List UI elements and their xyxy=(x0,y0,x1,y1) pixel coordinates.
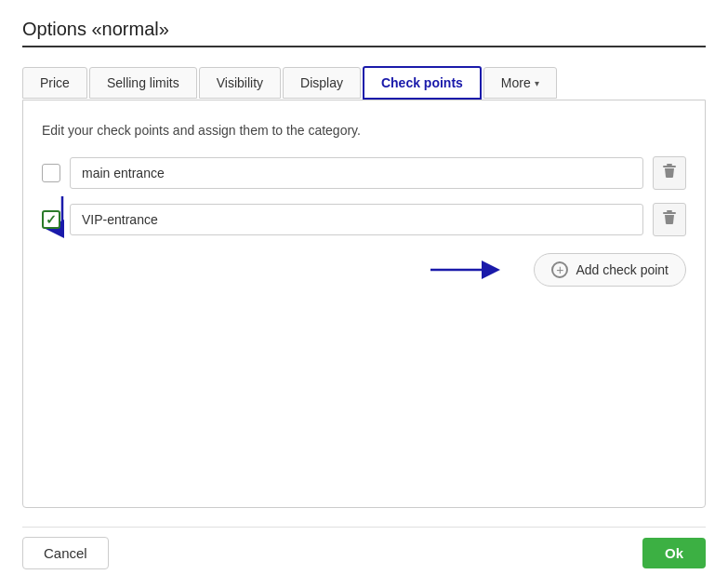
checkpoint-row-1 xyxy=(42,156,686,190)
svg-rect-2 xyxy=(667,210,672,212)
page-title: Options «normal» xyxy=(22,19,706,47)
tab-visibility[interactable]: Visibility xyxy=(199,67,281,99)
delete-button-1[interactable] xyxy=(653,156,686,190)
main-content-area: Edit your check points and assign them t… xyxy=(22,100,706,508)
tabs-row: Price Selling limits Visibility Display … xyxy=(22,66,706,100)
plus-circle-icon: + xyxy=(551,261,568,278)
arrows-container: ✓ xyxy=(42,156,686,287)
trash-icon-2 xyxy=(662,210,677,229)
checkpoint-input-2[interactable] xyxy=(70,204,643,235)
svg-rect-3 xyxy=(663,212,676,214)
description-text: Edit your check points and assign them t… xyxy=(42,123,686,138)
checkmark-icon: ✓ xyxy=(46,212,57,227)
checkpoint-checkbox-2[interactable]: ✓ xyxy=(42,210,60,229)
svg-rect-0 xyxy=(667,164,672,166)
cancel-button[interactable]: Cancel xyxy=(22,537,109,569)
add-checkpoint-button[interactable]: + Add check point xyxy=(534,253,686,287)
tab-check-points[interactable]: Check points xyxy=(363,66,482,100)
tab-selling-limits[interactable]: Selling limits xyxy=(89,67,197,99)
page-wrapper: Options «normal» Price Selling limits Vi… xyxy=(0,0,728,588)
add-checkpoint-row: + Add check point xyxy=(42,253,686,287)
checkpoint-row-2: ✓ xyxy=(42,203,686,236)
footer-row: Cancel Ok xyxy=(22,527,706,569)
trash-icon xyxy=(662,164,677,182)
ok-button[interactable]: Ok xyxy=(642,538,706,568)
arrow-right-indicator xyxy=(430,259,505,281)
tab-price[interactable]: Price xyxy=(22,67,87,99)
tab-more[interactable]: More ▾ xyxy=(483,67,557,99)
delete-button-2[interactable] xyxy=(653,203,686,236)
checkpoint-input-1[interactable] xyxy=(70,157,643,189)
chevron-down-icon: ▾ xyxy=(535,78,539,88)
checkpoint-checkbox-1[interactable] xyxy=(42,164,60,182)
tab-display[interactable]: Display xyxy=(283,67,361,99)
svg-rect-1 xyxy=(663,166,676,167)
add-checkpoint-label: Add check point xyxy=(576,262,668,277)
